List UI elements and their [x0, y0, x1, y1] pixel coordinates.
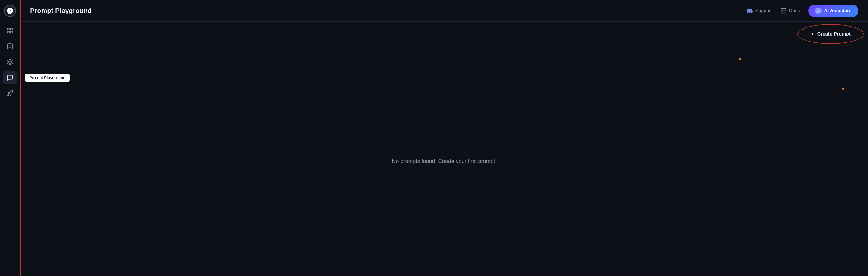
svg-point-9 [9, 77, 9, 77]
ai-assistant-label: AI Assistant [824, 8, 852, 13]
svg-rect-1 [10, 28, 12, 30]
sidebar-item-dashboard[interactable] [3, 24, 17, 37]
sidebar-item-prompt-playground[interactable]: Prompt Playground [3, 71, 17, 84]
svg-point-11 [10, 77, 11, 77]
grid-icon [7, 27, 13, 34]
discord-icon [747, 8, 753, 14]
svg-rect-12 [781, 8, 786, 13]
sidebar-item-database[interactable] [3, 40, 17, 53]
empty-message: No prompts found, Create your first prom… [392, 158, 496, 165]
create-prompt-label: Create Prompt [817, 31, 850, 37]
docs-label: Docs [789, 8, 800, 13]
logo-icon [6, 7, 13, 14]
main-content: Prompt Playground Support Docs [21, 0, 868, 276]
app-logo[interactable] [4, 5, 16, 17]
sidebar-item-layers[interactable] [3, 56, 17, 69]
empty-state: No prompts found, Create your first prom… [21, 46, 868, 276]
sidebar-item-deploy[interactable] [3, 87, 17, 100]
ai-assistant-button[interactable]: AI Assistant [808, 4, 858, 17]
support-label: Support [755, 8, 772, 13]
rocket-icon [7, 90, 13, 97]
svg-rect-2 [7, 31, 9, 33]
prompt-icon [7, 74, 13, 81]
header-actions: Support Docs AI Assistant [747, 4, 858, 17]
page-title: Prompt Playground [30, 7, 92, 15]
create-prompt-wrapper: + Create Prompt [803, 28, 858, 40]
svg-point-4 [7, 44, 13, 45]
database-icon [7, 43, 13, 50]
ai-assistant-icon [815, 7, 822, 14]
create-prompt-button[interactable]: + Create Prompt [803, 28, 858, 40]
header: Prompt Playground Support Docs [21, 0, 868, 22]
sidebar: Prompt Playground [0, 0, 21, 276]
create-prompt-plus: + [811, 31, 813, 37]
svg-rect-3 [10, 31, 12, 33]
docs-icon [780, 8, 786, 14]
content-toolbar: + Create Prompt [21, 22, 868, 46]
checkmark-icon [816, 9, 820, 13]
svg-marker-5 [7, 59, 13, 62]
docs-link[interactable]: Docs [780, 8, 800, 14]
support-link[interactable]: Support [747, 8, 772, 14]
content-area: + Create Prompt No prompts found, Create… [21, 22, 868, 276]
svg-rect-0 [7, 28, 9, 30]
layers-icon [7, 59, 13, 65]
